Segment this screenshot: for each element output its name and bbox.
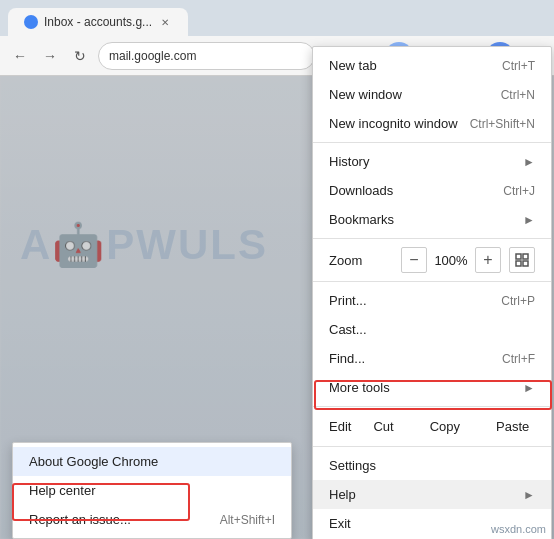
zoom-fullscreen-button[interactable] xyxy=(509,247,535,273)
cast-label: Cast... xyxy=(329,322,367,337)
menu-section-edit: Edit Cut Copy Paste xyxy=(313,407,551,447)
more-tools-label: More tools xyxy=(329,380,390,395)
active-tab[interactable]: Inbox - accounts.g... ✕ xyxy=(8,8,188,36)
copy-button[interactable]: Copy xyxy=(416,415,474,438)
menu-item-incognito[interactable]: New incognito window Ctrl+Shift+N xyxy=(313,109,551,138)
bookmarks-label: Bookmarks xyxy=(329,212,394,227)
submenu-item-report-issue[interactable]: Report an issue... Alt+Shift+I xyxy=(13,505,291,534)
print-shortcut: Ctrl+P xyxy=(501,294,535,308)
history-label: History xyxy=(329,154,369,169)
address-text: mail.google.com xyxy=(109,49,196,63)
back-button[interactable]: ← xyxy=(8,44,32,68)
history-arrow: ► xyxy=(523,155,535,169)
menu-item-history[interactable]: History ► xyxy=(313,147,551,176)
submenu-item-help-center[interactable]: Help center xyxy=(13,476,291,505)
paste-button[interactable]: Paste xyxy=(482,415,543,438)
edit-row: Edit Cut Copy Paste xyxy=(313,411,551,442)
downloads-shortcut: Ctrl+J xyxy=(503,184,535,198)
find-shortcut: Ctrl+F xyxy=(502,352,535,366)
menu-section-nav: History ► Downloads Ctrl+J Bookmarks ► xyxy=(313,143,551,239)
help-submenu: About Google Chrome Help center Report a… xyxy=(12,442,292,539)
menu-item-bookmarks[interactable]: Bookmarks ► xyxy=(313,205,551,234)
downloads-label: Downloads xyxy=(329,183,393,198)
zoom-minus-button[interactable]: − xyxy=(401,247,427,273)
new-tab-label: New tab xyxy=(329,58,377,73)
incognito-shortcut: Ctrl+Shift+N xyxy=(470,117,535,131)
zoom-controls: − 100% + xyxy=(401,247,535,273)
help-arrow: ► xyxy=(523,488,535,502)
help-label: Help xyxy=(329,487,356,502)
menu-section-zoom: Zoom − 100% + xyxy=(313,239,551,282)
address-box[interactable]: mail.google.com xyxy=(98,42,315,70)
zoom-label: Zoom xyxy=(329,253,401,268)
zoom-value: 100% xyxy=(431,253,471,268)
menu-item-print[interactable]: Print... Ctrl+P xyxy=(313,286,551,315)
chrome-dropdown-menu: New tab Ctrl+T New window Ctrl+N New inc… xyxy=(312,46,552,539)
refresh-button[interactable]: ↻ xyxy=(68,44,92,68)
print-label: Print... xyxy=(329,293,367,308)
settings-label: Settings xyxy=(329,458,376,473)
about-chrome-label: About Google Chrome xyxy=(29,454,158,469)
tab-favicon xyxy=(24,15,38,29)
svg-rect-0 xyxy=(516,254,521,259)
menu-section-tools: Print... Ctrl+P Cast... Find... Ctrl+F M… xyxy=(313,282,551,407)
svg-rect-2 xyxy=(516,261,521,266)
incognito-label: New incognito window xyxy=(329,116,458,131)
menu-item-find[interactable]: Find... Ctrl+F xyxy=(313,344,551,373)
menu-item-cast[interactable]: Cast... xyxy=(313,315,551,344)
bookmarks-arrow: ► xyxy=(523,213,535,227)
new-window-shortcut: Ctrl+N xyxy=(501,88,535,102)
report-issue-shortcut: Alt+Shift+I xyxy=(220,513,275,527)
tab-close-button[interactable]: ✕ xyxy=(158,15,172,29)
submenu-item-about-chrome[interactable]: About Google Chrome xyxy=(13,447,291,476)
new-tab-shortcut: Ctrl+T xyxy=(502,59,535,73)
wsxdn-watermark: wsxdn.com xyxy=(491,523,546,535)
exit-label: Exit xyxy=(329,516,351,531)
menu-section-tabs: New tab Ctrl+T New window Ctrl+N New inc… xyxy=(313,47,551,143)
menu-item-help[interactable]: Help ► xyxy=(313,480,551,509)
menu-item-downloads[interactable]: Downloads Ctrl+J xyxy=(313,176,551,205)
new-window-label: New window xyxy=(329,87,402,102)
report-issue-label: Report an issue... xyxy=(29,512,131,527)
forward-button[interactable]: → xyxy=(38,44,62,68)
zoom-plus-button[interactable]: + xyxy=(475,247,501,273)
tab-title: Inbox - accounts.g... xyxy=(44,15,152,29)
more-tools-arrow: ► xyxy=(523,381,535,395)
svg-rect-1 xyxy=(523,254,528,259)
menu-item-new-tab[interactable]: New tab Ctrl+T xyxy=(313,51,551,80)
menu-item-new-window[interactable]: New window Ctrl+N xyxy=(313,80,551,109)
zoom-row: Zoom − 100% + xyxy=(313,243,551,277)
svg-rect-3 xyxy=(523,261,528,266)
edit-label: Edit xyxy=(329,419,351,434)
menu-item-more-tools[interactable]: More tools ► xyxy=(313,373,551,402)
tab-bar: Inbox - accounts.g... ✕ xyxy=(0,0,554,36)
cut-button[interactable]: Cut xyxy=(359,415,407,438)
menu-item-settings[interactable]: Settings xyxy=(313,451,551,480)
help-center-label: Help center xyxy=(29,483,95,498)
find-label: Find... xyxy=(329,351,365,366)
